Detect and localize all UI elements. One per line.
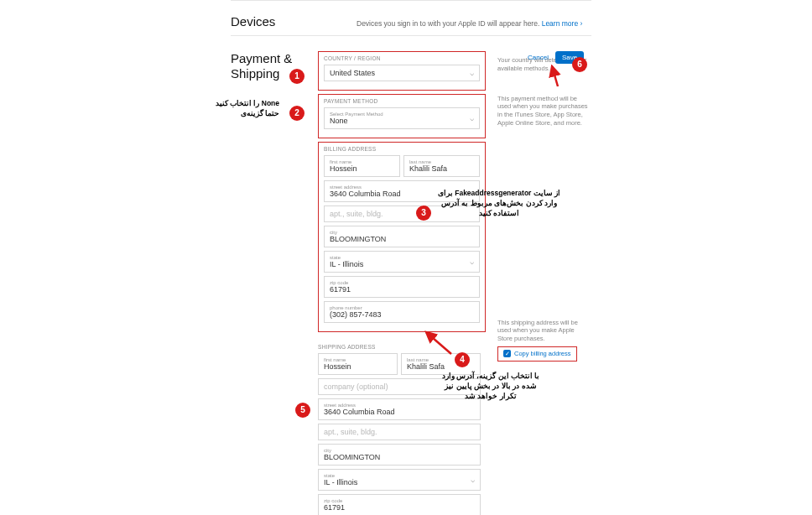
- billing-last-name[interactable]: last name Khalili Safa: [403, 155, 480, 177]
- shipping-desc: This shipping address will be used when …: [497, 319, 590, 343]
- billing-phone[interactable]: phone number (302) 857-7483: [324, 301, 480, 323]
- shipping-street[interactable]: street address 3640 Columbia Road: [318, 398, 481, 420]
- cancel-button[interactable]: Cancel: [524, 52, 552, 63]
- billing-city[interactable]: city BLOOMINGTON: [324, 226, 480, 247]
- billing-first-name[interactable]: first name Hossein: [324, 155, 400, 177]
- annotation-note-left: None را انتخاب کنید حتما گزینه‌ی: [200, 99, 279, 119]
- form-column: COUNTRY / REGION United States PAYMENT M…: [318, 51, 486, 515]
- annotation-badge-2: 2: [289, 106, 304, 121]
- copy-checkbox[interactable]: ✓: [503, 350, 511, 357]
- annotation-badge-5: 5: [295, 403, 310, 418]
- copy-billing-row[interactable]: ✓ Copy billing address: [497, 346, 577, 362]
- annotation-badge-4: 4: [455, 352, 470, 367]
- billing-state[interactable]: state IL - Illinois: [324, 251, 480, 273]
- country-select[interactable]: United States: [324, 65, 480, 81]
- devices-section: Devices Devices you sign in to with your…: [231, 0, 591, 35]
- payment-title: Payment & Shipping: [231, 51, 306, 515]
- shipping-first-name[interactable]: first name Hossein: [318, 353, 398, 375]
- annotation-note-3: از سایت Fakeaddressgenerator برای وارد ک…: [432, 189, 566, 219]
- devices-title: Devices: [231, 14, 306, 29]
- payment-shipping-section: Payment & Shipping COUNTRY / REGION Unit…: [231, 35, 591, 515]
- shipping-apt[interactable]: apt., suite, bldg.: [318, 424, 481, 440]
- payment-method-label: PAYMENT METHOD: [324, 98, 480, 104]
- country-label: COUNTRY / REGION: [324, 55, 480, 61]
- billing-label: BILLING ADDRESS: [324, 146, 480, 152]
- payment-method-group: PAYMENT METHOD Select Payment Method Non…: [318, 94, 486, 138]
- shipping-state[interactable]: state IL - Illinois: [318, 469, 481, 491]
- method-desc: This payment method will be used when yo…: [497, 95, 590, 127]
- description-column: Your country will determine your availab…: [497, 51, 590, 515]
- annotation-note-4: با انتخاب این گزینه، آدرس وارد شده در با…: [440, 372, 541, 402]
- learn-more-link[interactable]: Learn more ›: [542, 19, 583, 28]
- annotation-badge-3: 3: [416, 205, 431, 221]
- payment-method-select[interactable]: Select Payment Method None: [324, 107, 480, 129]
- country-group: COUNTRY / REGION United States: [318, 51, 486, 91]
- shipping-label: SHIPPING ADDRESS: [318, 344, 481, 350]
- billing-zip[interactable]: zip code 61791: [324, 276, 480, 298]
- annotation-badge-1: 1: [289, 69, 304, 84]
- devices-text: Devices you sign in to with your Apple I…: [357, 19, 582, 28]
- billing-address-group: BILLING ADDRESS first name Hossein last …: [318, 142, 486, 332]
- shipping-zip[interactable]: zip code 61791: [318, 494, 481, 515]
- shipping-city[interactable]: city BLOOMINGTON: [318, 444, 481, 466]
- annotation-badge-6: 6: [572, 57, 587, 72]
- copy-label: Copy billing address: [514, 350, 571, 358]
